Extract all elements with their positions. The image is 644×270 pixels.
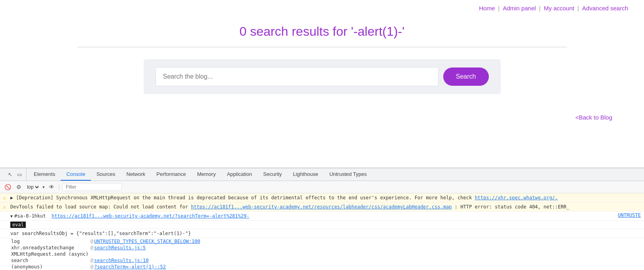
warning-icon-1: ⚠ (3, 194, 10, 201)
stack-label-xhr: xhr.onreadystatechange (11, 245, 90, 251)
console-warning-text-2: DevTools failed to load source map: Coul… (10, 203, 641, 210)
devtools-tab-icons: ↖ ▭ (3, 169, 27, 181)
cursor-icon[interactable]: ↖ (6, 171, 13, 178)
devtools-panel: ↖ ▭ Elements Console Sources Network Per… (0, 168, 644, 270)
stack-row-anon: (anonymous) @ ?searchTerm=-alert(1)-:52 (0, 264, 644, 270)
divider (77, 47, 567, 47)
tab-untrusted-types[interactable]: Untrusted Types (324, 168, 372, 181)
stack-label-search: search (11, 258, 90, 263)
eval-spacer (3, 222, 10, 222)
main-content: 0 search results for '-alert(1)-' Search (0, 16, 644, 114)
stack-label-async: XMLHttpRequest.send (async) (11, 251, 90, 257)
stack-link-anon[interactable]: ?searchTerm=-alert(1)-:52 (94, 264, 166, 270)
stack-row-log: log @ UNTRUSTED_TYPES_CHECK_STACK_BELOW:… (0, 238, 644, 245)
console-sa-text: ▼#sa-0-1hkut https://ac181f1...web-secur… (10, 212, 618, 220)
search-input[interactable] (156, 67, 438, 86)
context-select[interactable]: top (25, 184, 40, 190)
console-toolbar: 🚫 ⚙ top ▾ 👁 | (0, 181, 644, 193)
clear-console-button[interactable]: 🚫 (3, 183, 12, 191)
tab-memory[interactable]: Memory (192, 168, 221, 181)
console-warning-text-1: ▶ [Deprecation] Synchronous XMLHttpReque… (10, 194, 641, 201)
tab-console[interactable]: Console (61, 168, 91, 181)
console-warning-1: ⚠ ▶ [Deprecation] Synchronous XMLHttpReq… (0, 193, 644, 202)
source-map-link[interactable]: https://ac181f1...web-security-academy.n… (191, 204, 452, 210)
nav-my-account[interactable]: My account (544, 5, 574, 12)
stack-label-anon: (anonymous) (11, 264, 90, 270)
filter-input[interactable] (62, 183, 122, 191)
console-output: ⚠ ▶ [Deprecation] Synchronous XMLHttpReq… (0, 193, 644, 270)
expand-triangle[interactable]: ▼ (10, 213, 13, 219)
settings-icon[interactable]: ⚙ (14, 183, 23, 191)
toolbar-separator: | (58, 184, 60, 190)
stack-label-log: log (11, 239, 90, 244)
sa-href-link[interactable]: https://ac181f1...web-security-academy.n… (52, 213, 250, 219)
at-sign-3: @ (90, 258, 93, 263)
console-sa-line: ▼#sa-0-1hkut https://ac181f1...web-secur… (0, 212, 644, 221)
dropdown-arrow: ▾ (42, 185, 45, 190)
nav-admin-panel[interactable]: Admin panel (503, 5, 536, 12)
eval-badge: eval (10, 222, 26, 228)
nav-home[interactable]: Home (479, 5, 495, 12)
separator-1: | (498, 5, 500, 12)
stack-link-search[interactable]: searchResults.js:10 (94, 258, 148, 263)
at-sign-4: @ (90, 264, 93, 270)
top-nav: Home | Admin panel | My account | Advanc… (0, 0, 644, 16)
separator-3: | (577, 5, 579, 12)
tab-performance[interactable]: Performance (151, 168, 191, 181)
nav-advanced-search[interactable]: Advanced search (582, 5, 628, 12)
at-sign-2: @ (90, 245, 93, 251)
deprecation-link[interactable]: https://xhr.spec.whatwg.org/. (475, 195, 558, 201)
search-button[interactable]: Search (443, 68, 489, 86)
code-spacer (3, 230, 10, 230)
back-to-blog: <Back to Blog (0, 114, 644, 121)
tab-lighthouse[interactable]: Lighthouse (287, 168, 324, 181)
mobile-icon[interactable]: ▭ (16, 171, 23, 178)
stack-link-xhr[interactable]: searchResults.js:5 (94, 245, 146, 251)
eye-icon[interactable]: 👁 (47, 183, 56, 191)
triangle-icon (3, 212, 10, 213)
tab-elements[interactable]: Elements (28, 168, 61, 181)
search-box-container: Search (144, 59, 501, 94)
tab-security[interactable]: Security (258, 168, 287, 181)
search-results-title: 0 search results for '-alert(1)-' (16, 24, 628, 39)
tab-application[interactable]: Application (221, 168, 258, 181)
stack-row-search: search @ searchResults.js:10 (0, 257, 644, 264)
console-eval-line: eval (0, 221, 644, 229)
at-sign-1: @ (90, 239, 93, 244)
tab-sources[interactable]: Sources (91, 168, 121, 181)
stack-row-async: XMLHttpRequest.send (async) (0, 251, 644, 257)
console-warning-2: ⚠ DevTools failed to load source map: Co… (0, 202, 644, 212)
console-code-text: var searchResultsObj = {"results":[],"se… (10, 230, 641, 237)
devtools-tabs: ↖ ▭ Elements Console Sources Network Per… (0, 168, 644, 181)
tab-network[interactable]: Network (121, 168, 151, 181)
stack-row-xhr: xhr.onreadystatechange @ searchResults.j… (0, 245, 644, 251)
back-to-blog-link[interactable]: <Back to Blog (575, 114, 612, 121)
separator-2: | (539, 5, 541, 12)
untrusted-link[interactable]: UNTRUSTE (618, 212, 641, 218)
stack-link-log[interactable]: UNTRUSTED_TYPES_CHECK_STACK_BELOW:100 (94, 239, 200, 244)
console-code-line: var searchResultsObj = {"results":[],"se… (0, 229, 644, 238)
warning-icon-2: ⚠ (3, 203, 10, 210)
